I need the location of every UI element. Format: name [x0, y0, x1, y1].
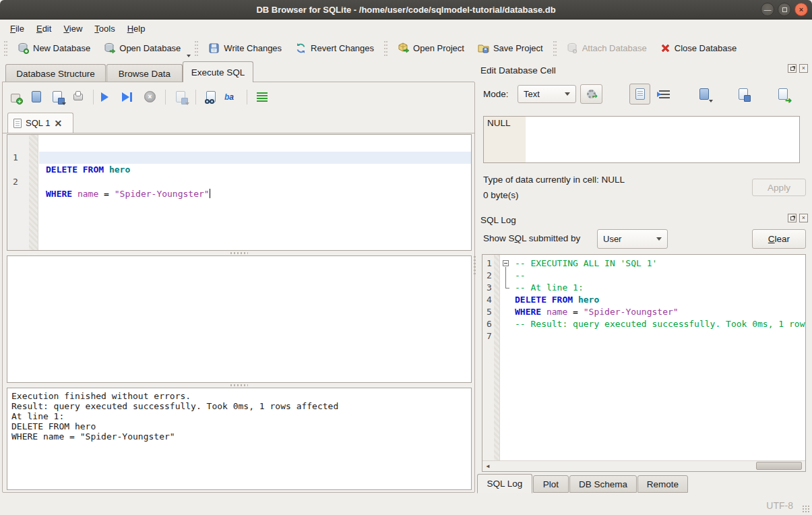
- edit-database-cell-header: Edit Database Cell: [477, 63, 812, 78]
- message-line: At line 1:: [11, 411, 467, 421]
- export-cell-icon[interactable]: ➜: [776, 87, 790, 102]
- toolbar-separator: [93, 90, 94, 104]
- menu-view[interactable]: View: [57, 21, 88, 36]
- close-database-icon: [660, 43, 670, 53]
- scroll-left-icon[interactable]: ◀: [482, 461, 493, 471]
- execute-current-line-icon[interactable]: [122, 90, 137, 104]
- cell-value-editor[interactable]: NULL: [483, 116, 800, 163]
- sql-1-tab[interactable]: SQL 1 ✕: [7, 113, 73, 133]
- menu-file[interactable]: File: [4, 21, 30, 36]
- toolbar-separator: [195, 90, 196, 104]
- main-toolbar: New Database Open Database Write Changes…: [0, 37, 812, 59]
- import-cell-icon[interactable]: [697, 87, 712, 102]
- mode-select[interactable]: Text: [518, 85, 576, 103]
- toolbar-handle[interactable]: [384, 41, 387, 56]
- auto-apply-button[interactable]: [580, 84, 602, 104]
- log-line: 6-- Result: query executed successfully.…: [482, 318, 805, 330]
- close-dock-icon[interactable]: ×: [799, 64, 808, 73]
- message-line: Execution finished without errors.: [11, 391, 467, 401]
- scrollbar-thumb[interactable]: [756, 462, 802, 470]
- open-database-label: Open Database: [119, 43, 181, 53]
- sql-log-header: SQL Log: [477, 212, 812, 227]
- open-project-button[interactable]: Open Project: [392, 39, 470, 57]
- tab-execute-sql[interactable]: Execute SQL: [183, 61, 253, 82]
- float-dock-icon[interactable]: [788, 214, 797, 222]
- sql-log-view[interactable]: 1-- EXECUTING ALL IN 'SQL 1' 2-- 3-- At …: [482, 254, 806, 472]
- resize-grip[interactable]: [802, 505, 810, 513]
- close-dock-icon[interactable]: ×: [799, 214, 808, 222]
- new-database-button[interactable]: New Database: [11, 39, 96, 57]
- dock-tab-label: DB Schema: [579, 479, 627, 489]
- statusbar: UTF-8: [0, 495, 812, 515]
- close-database-button[interactable]: Close Database: [654, 40, 743, 57]
- chevron-down-icon: [656, 237, 662, 241]
- write-changes-label: Write Changes: [224, 43, 282, 53]
- splitter-handle[interactable]: [7, 383, 472, 388]
- sql-file-icon: [13, 119, 22, 128]
- sql-tab-label: SQL 1: [26, 118, 50, 128]
- clear-log-button[interactable]: Clear: [752, 229, 806, 249]
- query-results-pane[interactable]: [7, 255, 472, 383]
- word-wrap-icon[interactable]: [657, 87, 672, 102]
- dock-tab-sql-log[interactable]: SQL Log: [477, 474, 532, 493]
- code-text: DELETE FROM hero: [46, 164, 471, 176]
- clear-label: Clear: [768, 234, 790, 244]
- dock-tab-db-schema[interactable]: DB Schema: [569, 475, 637, 493]
- titlebar[interactable]: DB Browser for SQLite - /home/user/code/…: [0, 0, 812, 20]
- tab-database-structure[interactable]: Database Structure: [5, 64, 106, 82]
- open-sql-file-icon[interactable]: [29, 90, 44, 104]
- revert-changes-button[interactable]: Revert Changes: [289, 39, 380, 57]
- toolbar-handle[interactable]: [553, 41, 557, 56]
- execute-all-icon[interactable]: [101, 90, 116, 104]
- editor-line-current: 2 WHERE name = "Spider-Youngster": [7, 152, 471, 164]
- vertical-splitter-handle[interactable]: [474, 256, 476, 276]
- new-sql-tab-icon[interactable]: +: [8, 90, 23, 104]
- toggle-line-icon[interactable]: [255, 90, 270, 104]
- log-line: 5WHERE name = "Spider-Youngster": [482, 306, 805, 318]
- message-line: DELETE FROM hero: [11, 421, 467, 431]
- fold-marker-icon[interactable]: [503, 260, 509, 266]
- write-changes-icon: [208, 42, 220, 54]
- dock-tab-remote[interactable]: Remote: [637, 475, 688, 493]
- attach-database-icon: [567, 42, 578, 54]
- dock-tab-label: Remote: [647, 479, 679, 489]
- menu-edit[interactable]: Edit: [30, 21, 57, 36]
- close-button[interactable]: ×: [794, 3, 808, 16]
- scrollbar-track[interactable]: [493, 461, 794, 471]
- print-icon[interactable]: [71, 90, 86, 104]
- execution-message-pane[interactable]: Execution finished without errors. Resul…: [7, 388, 472, 490]
- new-database-icon: [18, 42, 29, 54]
- log-horizontal-scrollbar[interactable]: ◀ ▶: [482, 460, 805, 471]
- write-changes-button[interactable]: Write Changes: [202, 39, 288, 57]
- sql-code-editor[interactable]: 1 DELETE FROM hero 2 WHERE name = "Spide…: [7, 134, 472, 251]
- gear-icon: [587, 90, 596, 98]
- toolbar-handle[interactable]: [195, 41, 198, 56]
- splitter-handle[interactable]: [7, 251, 472, 255]
- menu-tools[interactable]: Tools: [88, 21, 121, 36]
- save-sql-file-icon[interactable]: [50, 90, 65, 104]
- toolbar-handle[interactable]: [4, 41, 7, 56]
- dock-tab-plot[interactable]: Plot: [533, 475, 569, 493]
- export-results-icon: [173, 90, 188, 104]
- minimize-button[interactable]: —: [761, 3, 774, 16]
- dock-controls: ×: [788, 64, 808, 73]
- window-controls: — ×: [761, 3, 808, 16]
- find-replace-icon[interactable]: [204, 90, 218, 104]
- float-dock-icon[interactable]: [788, 64, 797, 73]
- open-project-icon: [398, 42, 409, 54]
- log-filter-select[interactable]: User: [597, 229, 668, 249]
- menu-help[interactable]: Help: [121, 21, 152, 36]
- text-mode-icon[interactable]: [629, 84, 650, 104]
- open-database-button[interactable]: Open Database: [98, 39, 187, 57]
- maximize-button[interactable]: [778, 3, 791, 16]
- save-project-button[interactable]: Save Project: [472, 39, 549, 57]
- save-cell-icon[interactable]: [736, 87, 751, 102]
- attach-database-label: Attach Database: [582, 43, 647, 53]
- auto-format-icon[interactable]: ba: [224, 90, 239, 104]
- mode-label: Mode:: [483, 89, 509, 99]
- open-project-label: Open Project: [413, 43, 464, 53]
- sql-tab-bar: SQL 1 ✕: [3, 112, 474, 133]
- tab-browse-data[interactable]: Browse Data: [106, 64, 183, 82]
- close-icon[interactable]: ✕: [54, 118, 62, 129]
- open-database-dropdown-icon[interactable]: [187, 55, 191, 57]
